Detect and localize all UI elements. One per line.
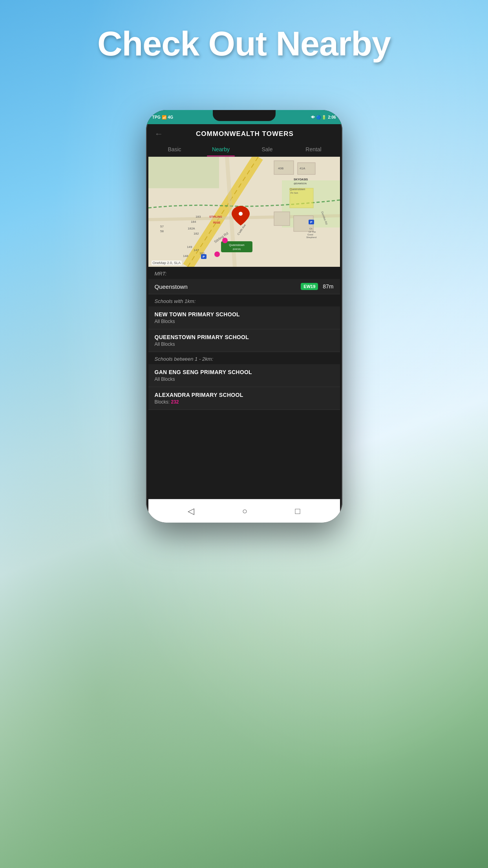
svg-text:Good: Good — [307, 233, 313, 236]
bottom-nav: ◁ ○ □ — [148, 499, 340, 523]
map-svg: 40B 41A SKYOASIS @DAWSON Stirling Rd RIS… — [148, 157, 340, 267]
svg-rect-6 — [274, 212, 290, 226]
svg-text:Of The: Of The — [309, 231, 316, 233]
school-name: GAN ENG SENG PRIMARY SCHOOL — [155, 369, 334, 375]
clock: 2:06 — [328, 115, 336, 119]
svg-point-24 — [239, 212, 243, 216]
signal-icons: 📶 4G — [162, 115, 173, 119]
svg-rect-5 — [290, 188, 313, 208]
svg-text:41A: 41A — [300, 167, 305, 170]
school-name: ALEXANDRA PRIMARY SCHOOL — [155, 392, 334, 398]
schools-1km-header: Schools with 1km: — [148, 294, 340, 306]
scroll-content: MRT: Queenstown EW19 87m Schools with 1k… — [148, 267, 340, 410]
svg-text:Queenstown: Queenstown — [290, 188, 305, 191]
school-item-queenstown: QUEENSTOWN PRIMARY SCHOOL All Blocks — [148, 329, 340, 352]
school-name: NEW TOWN PRIMARY SCHOOL — [155, 311, 334, 317]
nav-recent-button[interactable]: □ — [295, 506, 300, 516]
mrt-line-badge: EW19 — [301, 283, 318, 290]
tab-sale[interactable]: Sale — [244, 142, 291, 156]
svg-text:SKYOASIS: SKYOASIS — [294, 178, 308, 181]
svg-text:RISE: RISE — [213, 221, 221, 224]
tab-nearby[interactable]: Nearby — [198, 142, 244, 156]
svg-point-22 — [214, 251, 220, 257]
svg-text:182: 182 — [194, 232, 199, 235]
carrier-text: TPG 📶 4G — [152, 115, 174, 119]
right-icons: 👁 🔵 🔋 — [311, 115, 327, 119]
phone-frame: TPG 📶 4G 👁 🔵 🔋 2:06 ← COMMONWEALTH TOWER… — [146, 110, 342, 523]
svg-text:Pri Sch: Pri Sch — [291, 192, 298, 194]
time-display: 👁 🔵 🔋 2:06 — [311, 115, 336, 119]
svg-text:58: 58 — [160, 229, 164, 233]
svg-text:Shepherd: Shepherd — [306, 236, 316, 239]
svg-text:149: 149 — [187, 245, 192, 249]
school-blocks: All Blocks — [155, 319, 334, 324]
mrt-entry: Queenstown EW19 87m — [148, 279, 340, 294]
school-name: QUEENSTOWN PRIMARY SCHOOL — [155, 334, 334, 340]
mrt-distance: 87m — [323, 283, 333, 290]
school-item-ganeng: GAN ENG SENG PRIMARY SCHOOL All Blocks — [148, 364, 340, 387]
svg-text:57: 57 — [160, 225, 164, 228]
headline: Check Out Nearby — [0, 24, 488, 64]
status-bar: TPG 📶 4G 👁 🔵 🔋 2:06 — [146, 110, 342, 124]
svg-text:@DAWSON: @DAWSON — [294, 182, 307, 185]
svg-text:148: 148 — [183, 254, 188, 258]
svg-text:P: P — [310, 220, 313, 224]
svg-text:184: 184 — [191, 220, 196, 224]
svg-text:(EW19): (EW19) — [232, 248, 240, 250]
mrt-station-name: Queenstown — [155, 283, 296, 290]
app-header: ← COMMONWEALTH TOWERS — [148, 124, 340, 142]
map-area[interactable]: 40B 41A SKYOASIS @DAWSON Stirling Rd RIS… — [148, 157, 340, 267]
svg-text:P: P — [203, 255, 205, 259]
nav-home-button[interactable]: ○ — [242, 506, 247, 516]
svg-point-21 — [222, 238, 228, 243]
tab-basic[interactable]: Basic — [152, 142, 198, 156]
school-item-newtown: NEW TOWN PRIMARY SCHOOL All Blocks — [148, 306, 340, 329]
school-blocks: All Blocks — [155, 376, 334, 382]
svg-rect-1 — [148, 157, 219, 188]
tab-bar: Basic Nearby Sale Rental — [148, 142, 340, 157]
svg-text:183: 183 — [196, 215, 201, 218]
svg-text:STIRLING: STIRLING — [209, 215, 222, 218]
svg-text:Queenstown: Queenstown — [229, 244, 244, 247]
school-blocks-highlight: Blocks: 232 — [155, 399, 334, 405]
svg-rect-3 — [274, 161, 294, 174]
svg-text:Ch: Ch — [309, 228, 313, 230]
phone-screen: ← COMMONWEALTH TOWERS Basic Nearby Sale … — [148, 124, 340, 499]
school-blocks: All Blocks — [155, 341, 334, 347]
map-attribution: OneMap 2.0, SLA — [152, 261, 182, 265]
back-button[interactable]: ← — [155, 129, 163, 139]
svg-text:147: 147 — [194, 248, 199, 252]
school-item-alexandra: ALEXANDRA PRIMARY SCHOOL Blocks: 232 — [148, 387, 340, 410]
mrt-section-header: MRT: — [148, 267, 340, 279]
schools-1-2km-header: Schools between 1 - 2km: — [148, 352, 340, 364]
nav-back-button[interactable]: ◁ — [188, 506, 194, 516]
page-title: COMMONWEALTH TOWERS — [168, 130, 322, 138]
tab-rental[interactable]: Rental — [291, 142, 337, 156]
svg-text:182A: 182A — [188, 227, 195, 230]
phone-notch — [213, 110, 276, 121]
carrier-label: TPG — [152, 115, 161, 119]
svg-text:40B: 40B — [278, 167, 283, 170]
